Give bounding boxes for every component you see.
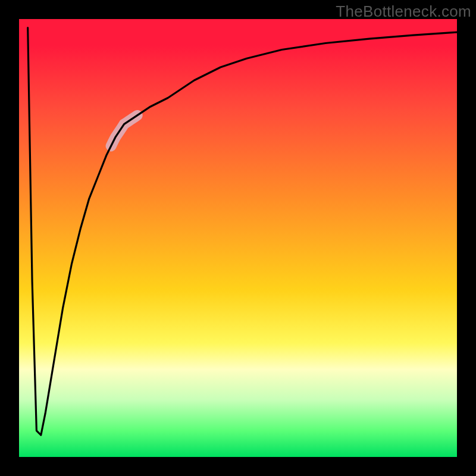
watermark-text: TheBottleneck.com [336, 2, 471, 21]
chart-plot-area [19, 19, 457, 457]
chart-highlight-segment [111, 115, 137, 146]
chart-curve-line [28, 28, 457, 436]
chart-curve-svg [19, 19, 457, 457]
chart-frame: TheBottleneck.com [0, 0, 476, 476]
